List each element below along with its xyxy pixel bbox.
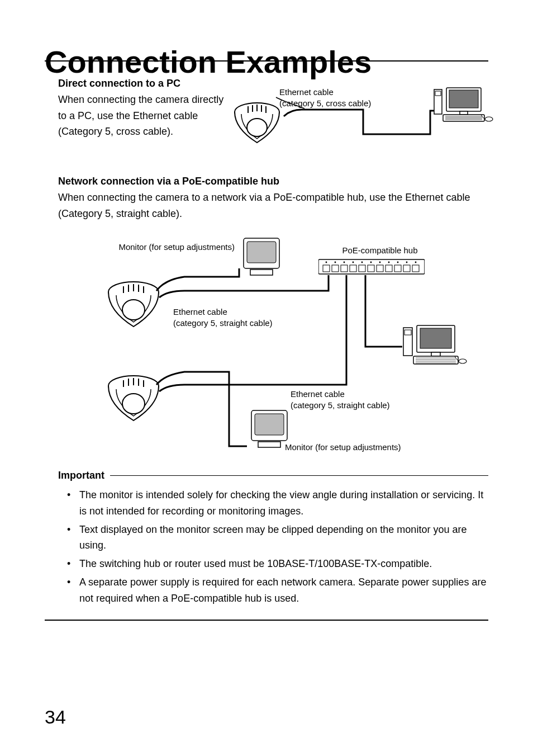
diagram-direct-connection: Ethernet cable (category 5, cross cable)	[235, 84, 492, 157]
important-item: A separate power supply is required for …	[76, 574, 488, 607]
pc-icon	[433, 87, 494, 131]
section2-body: When connecting the camera to a network …	[58, 190, 488, 222]
section1-body: When connecting the camera directly to a…	[58, 92, 226, 140]
important-heading: Important	[58, 470, 104, 481]
wires	[101, 235, 492, 464]
section-poe-hub: Network connection via a PoE-compatible …	[58, 173, 488, 221]
svg-rect-8	[435, 91, 441, 96]
important-item: Text displayed on the monitor screen may…	[76, 522, 488, 554]
section1-heading: Direct connection to a PC	[58, 75, 226, 92]
important-rule	[110, 475, 488, 476]
section-direct-connection: Direct connection to a PC When connectin…	[58, 75, 226, 140]
page-number: 34	[45, 706, 66, 728]
important-item: The monitor is intended solely for check…	[76, 487, 488, 519]
important-list: The monitor is intended solely for check…	[58, 487, 488, 607]
svg-rect-12	[443, 115, 484, 121]
title-rule	[45, 60, 488, 62]
diagram-poe-hub: Monitor (for setup adjustments) PoE-comp…	[101, 235, 492, 464]
section2-heading: Network connection via a PoE-compatible …	[58, 173, 488, 190]
svg-rect-10	[449, 90, 478, 108]
important-item: The switching hub or router used must be…	[76, 556, 488, 572]
bottom-rule	[45, 620, 488, 621]
svg-point-17	[485, 117, 493, 121]
manual-page: Connection Examples Direct connection to…	[0, 0, 533, 756]
important-section: Important The monitor is intended solely…	[58, 470, 488, 609]
page-title: Connection Examples	[45, 44, 372, 80]
svg-rect-11	[460, 111, 468, 115]
